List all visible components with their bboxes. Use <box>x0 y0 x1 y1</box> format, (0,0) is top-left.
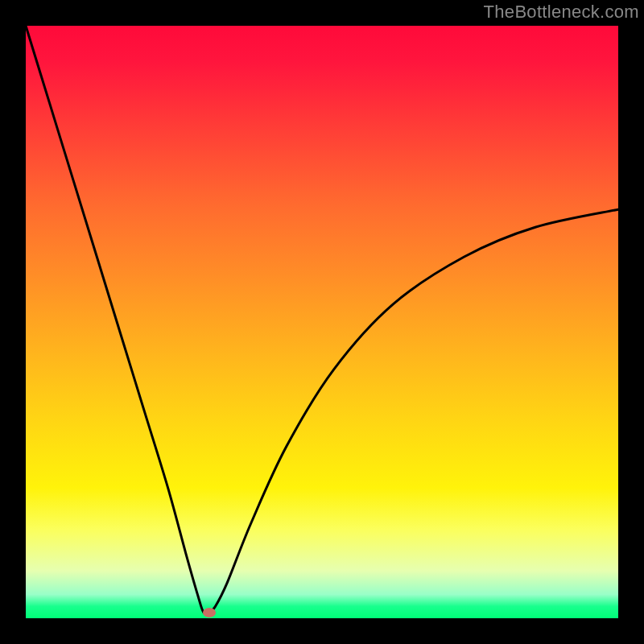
plot-area <box>26 26 618 618</box>
minimum-marker <box>203 608 216 617</box>
chart-frame: TheBottleneck.com <box>0 0 644 644</box>
curve-svg <box>26 26 618 618</box>
bottleneck-curve <box>26 26 618 614</box>
watermark-text: TheBottleneck.com <box>484 2 639 23</box>
